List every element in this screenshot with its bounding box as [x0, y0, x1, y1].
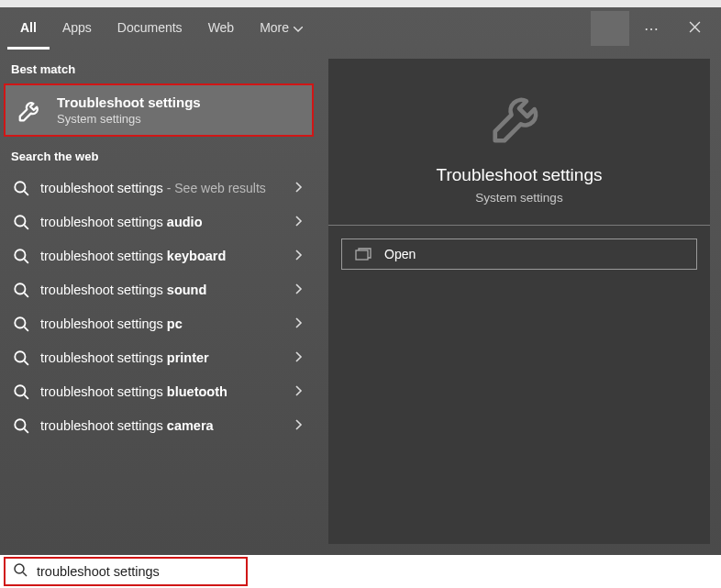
preview-header: Troubleshoot settings System settings — [328, 59, 710, 226]
svg-point-8 — [15, 317, 25, 327]
chevron-right-icon — [292, 416, 306, 435]
svg-line-7 — [24, 293, 28, 297]
web-result-text: troubleshoot settings pc — [40, 316, 281, 331]
best-match-result[interactable]: Troubleshoot settings System settings — [4, 83, 314, 137]
tab-all[interactable]: All — [7, 7, 50, 50]
search-icon — [13, 349, 29, 366]
ellipsis-icon: ⋯ — [644, 20, 660, 38]
web-result-text: troubleshoot settings bluetooth — [40, 384, 281, 399]
svg-point-17 — [15, 564, 24, 573]
search-icon — [13, 282, 29, 298]
section-best-match: Best match — [0, 50, 317, 83]
section-search-web: Search the web — [0, 137, 317, 171]
results-panel: Best match Troubleshoot settings System … — [0, 50, 317, 555]
svg-line-13 — [24, 394, 28, 399]
tab-more[interactable]: More — [247, 7, 316, 50]
tab-web[interactable]: Web — [195, 7, 248, 50]
svg-line-9 — [24, 327, 28, 331]
web-result-text: troubleshoot settings audio — [40, 215, 281, 229]
web-result[interactable]: troubleshoot settings - See web results — [0, 171, 317, 205]
web-result-text: troubleshoot settings sound — [40, 283, 281, 297]
svg-line-15 — [24, 428, 28, 433]
chevron-right-icon — [292, 382, 306, 401]
search-icon — [13, 383, 29, 400]
chevron-right-icon — [292, 212, 306, 231]
tab-apps[interactable]: Apps — [50, 7, 105, 50]
search-icon — [13, 214, 29, 230]
web-result-text: troubleshoot settings keyboard — [40, 249, 281, 263]
open-icon — [355, 248, 372, 261]
svg-line-18 — [23, 572, 27, 576]
open-action[interactable]: Open — [341, 239, 697, 270]
web-result-text: troubleshoot settings - See web results — [40, 181, 281, 195]
search-icon — [13, 316, 29, 332]
svg-point-0 — [15, 182, 25, 192]
svg-point-14 — [15, 419, 25, 429]
web-result[interactable]: troubleshoot settings bluetooth — [0, 374, 317, 408]
best-match-text: Troubleshoot settings System settings — [57, 94, 201, 126]
header-actions: ⋯ — [591, 11, 714, 46]
svg-point-6 — [15, 283, 25, 294]
svg-point-4 — [15, 250, 25, 260]
web-result[interactable]: troubleshoot settings audio — [0, 205, 317, 239]
chevron-right-icon — [292, 348, 306, 367]
body: Best match Troubleshoot settings System … — [0, 50, 721, 555]
header: All Apps Documents Web More ⋯ — [0, 7, 721, 50]
close-button[interactable] — [675, 11, 714, 46]
search-icon — [13, 180, 29, 196]
best-match-subtitle: System settings — [57, 112, 201, 126]
search-box[interactable] — [4, 557, 248, 586]
svg-line-3 — [24, 225, 28, 229]
svg-point-2 — [15, 216, 25, 226]
chevron-right-icon — [292, 280, 306, 299]
preview-subtitle: System settings — [475, 191, 562, 205]
svg-line-1 — [24, 191, 28, 195]
preview-panel-container: Troubleshoot settings System settings Op… — [317, 50, 721, 555]
background-top-strip — [0, 0, 721, 7]
svg-line-5 — [24, 259, 28, 263]
svg-line-11 — [24, 361, 28, 365]
options-button[interactable]: ⋯ — [633, 11, 671, 46]
web-result[interactable]: troubleshoot settings camera — [0, 408, 317, 442]
search-input[interactable] — [37, 564, 238, 579]
web-result[interactable]: troubleshoot settings sound — [0, 272, 317, 306]
best-match-title: Troubleshoot settings — [57, 94, 201, 110]
web-result-text: troubleshoot settings printer — [40, 350, 281, 365]
search-icon — [13, 417, 29, 434]
tab-more-label: More — [260, 20, 289, 35]
preview-panel: Troubleshoot settings System settings Op… — [328, 59, 710, 544]
close-icon — [689, 20, 701, 37]
chevron-right-icon — [292, 246, 306, 265]
search-icon — [13, 248, 29, 264]
tab-documents[interactable]: Documents — [105, 7, 195, 50]
svg-point-10 — [15, 351, 25, 361]
chevron-right-icon — [292, 314, 306, 333]
web-result-text: troubleshoot settings camera — [40, 418, 281, 433]
web-result[interactable]: troubleshoot settings printer — [0, 340, 317, 374]
chevron-right-icon — [292, 178, 306, 197]
web-results-list: troubleshoot settings - See web resultst… — [0, 171, 317, 442]
svg-rect-16 — [356, 250, 368, 260]
search-icon — [13, 562, 28, 581]
open-label: Open — [384, 247, 416, 261]
search-window: All Apps Documents Web More ⋯ Best match — [0, 7, 721, 555]
chevron-down-icon — [294, 20, 303, 35]
filter-tabs: All Apps Documents Web More — [7, 7, 316, 50]
preview-title: Troubleshoot settings — [437, 165, 603, 185]
web-result[interactable]: troubleshoot settings pc — [0, 306, 317, 340]
taskbar-search — [0, 555, 721, 588]
web-result[interactable]: troubleshoot settings keyboard — [0, 239, 317, 272]
svg-point-12 — [15, 385, 25, 395]
wrench-icon — [487, 84, 551, 149]
wrench-icon — [15, 94, 46, 126]
feedback-button[interactable] — [591, 11, 629, 46]
